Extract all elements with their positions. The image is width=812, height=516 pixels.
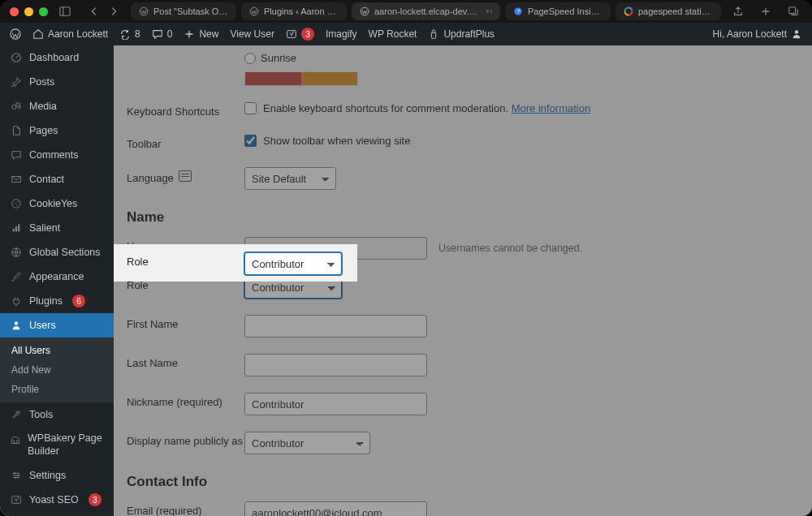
sidebar-item-posts[interactable]: Posts: [0, 70, 114, 94]
submenu-profile[interactable]: Profile: [0, 380, 114, 399]
sidebar-item-media[interactable]: Media: [0, 94, 114, 118]
svg-rect-31: [12, 497, 21, 504]
address-bar[interactable]: aaron-lockett.elcap-dev.co.uk/wp-admin/: [352, 2, 500, 20]
tab-label: Post "Subtask On…: [153, 6, 228, 16]
tab-overview-icon[interactable]: [784, 3, 802, 19]
browser-chrome: Post "Subtask On… Plugins ‹ Aaron L… aar…: [0, 0, 812, 23]
nickname-label: Nickname (required): [127, 393, 244, 408]
sidebar-toggle-icon[interactable]: [56, 3, 74, 19]
firstname-label: First Name: [127, 315, 244, 330]
sidebar-item-salient[interactable]: Salient: [0, 216, 114, 240]
updates-count: 8: [135, 28, 140, 40]
language-select[interactable]: Site Default: [244, 167, 336, 190]
svg-rect-13: [432, 32, 436, 38]
sidebar-item-label: Salient: [29, 222, 60, 234]
sliders-icon: [10, 469, 23, 482]
nav-forward-icon[interactable]: [105, 3, 123, 19]
lastname-input[interactable]: [244, 354, 427, 376]
toolbar-checkbox-wrap[interactable]: Show toolbar when viewing site: [244, 135, 410, 147]
browser-tab[interactable]: Post "Subtask On…: [131, 2, 236, 20]
sidebar-item-settings[interactable]: Settings: [0, 463, 114, 488]
shortcuts-checkbox[interactable]: [244, 102, 257, 114]
shortcuts-checkbox-wrap[interactable]: Enable keyboard shortcuts for comment mo…: [244, 102, 590, 114]
color-scheme-label: Sunrise: [261, 52, 296, 64]
browser-tab[interactable]: pagespeed statis…: [615, 2, 721, 20]
adminbar-wp-logo[interactable]: [10, 23, 21, 45]
color-scheme-radio[interactable]: [244, 53, 256, 64]
adminbar-view-user[interactable]: View User: [230, 23, 274, 45]
sidebar-item-label: Users: [29, 320, 56, 331]
nickname-input[interactable]: [244, 393, 427, 415]
adminbar-site-name[interactable]: Aaron Lockett: [32, 23, 108, 45]
sidebar-item-cookieyes[interactable]: CookieYes: [0, 191, 114, 216]
close-window-icon[interactable]: [10, 7, 19, 16]
minimize-window-icon[interactable]: [24, 7, 33, 16]
tab-label: PageSpeed Insigh…: [528, 6, 603, 16]
toolbar-checkbox-label: Show toolbar when viewing site: [263, 135, 410, 147]
sidebar-item-plugins[interactable]: Plugins6: [0, 289, 114, 313]
yoast-update-badge: 3: [89, 493, 102, 506]
contact-heading: Contact Info: [127, 462, 812, 493]
toolbar-checkbox[interactable]: [244, 135, 257, 147]
firstname-input[interactable]: [244, 315, 427, 338]
plug-icon: [10, 295, 23, 307]
new-label: New: [199, 28, 218, 40]
sidebar-item-label: Plugins: [29, 295, 63, 307]
salient-icon: [10, 221, 23, 234]
more-info-link[interactable]: More information: [512, 102, 591, 114]
sidebar-item-label: Posts: [29, 76, 54, 88]
submenu-add-new[interactable]: Add New: [0, 360, 114, 380]
sidebar-item-comments[interactable]: Comments: [0, 143, 114, 167]
name-heading: Name: [127, 198, 812, 229]
adminbar-howdy[interactable]: Hi, Aaron Lockett: [713, 23, 802, 45]
google-favicon-icon: [624, 6, 633, 16]
maximize-window-icon[interactable]: [39, 7, 48, 16]
submenu-all-users[interactable]: All Users: [0, 341, 114, 360]
sidebar-item-label: Dashboard: [29, 52, 79, 63]
nav-back-icon[interactable]: [85, 3, 103, 19]
svg-point-20: [15, 202, 15, 203]
sidebar-item-contact[interactable]: Contact: [0, 167, 114, 191]
svg-point-29: [17, 475, 19, 476]
share-icon[interactable]: [729, 3, 747, 19]
role-select[interactable]: Contributor: [244, 276, 342, 299]
adminbar-wprocket[interactable]: WP Rocket: [369, 23, 417, 45]
sidebar-item-users[interactable]: Users: [0, 313, 114, 338]
sidebar-item-tools[interactable]: Tools: [0, 402, 114, 427]
adminbar-comments[interactable]: 0: [152, 23, 173, 45]
media-icon: [10, 100, 23, 113]
sidebar-item-appearance[interactable]: Appearance: [0, 264, 114, 289]
shortcuts-checkbox-label: Enable keyboard shortcuts for comment mo…: [263, 102, 508, 114]
displayname-select[interactable]: Contributor: [244, 432, 370, 454]
adminbar-updraft[interactable]: UpdraftPlus: [428, 23, 495, 45]
toolbar-label: Toolbar: [127, 135, 244, 150]
svg-point-21: [17, 202, 18, 203]
tab-label: pagespeed statis…: [638, 6, 713, 16]
svg-rect-10: [789, 7, 796, 14]
adminbar-updates[interactable]: 8: [119, 23, 140, 45]
browser-tab[interactable]: PageSpeed Insigh…: [505, 2, 611, 20]
color-scheme-sunrise[interactable]: Sunrise: [244, 52, 296, 67]
svg-point-16: [12, 105, 16, 109]
sidebar-item-wpbakery[interactable]: WPBakery Page Builder: [0, 427, 114, 463]
sidebar-item-pages[interactable]: Pages: [0, 118, 114, 143]
users-submenu: All Users Add New Profile: [0, 338, 114, 402]
email-input[interactable]: [244, 501, 427, 516]
address-text: aaron-lockett.elcap-dev.co.uk/wp-admin/: [374, 6, 482, 16]
new-tab-icon[interactable]: [757, 3, 775, 19]
sidebar-item-global[interactable]: Global Sections: [0, 240, 114, 264]
sidebar-item-label: Tools: [29, 409, 53, 420]
pagespeed-favicon-icon: [513, 6, 523, 16]
adminbar-new[interactable]: New: [184, 23, 218, 45]
sidebar-item-dashboard[interactable]: Dashboard: [0, 45, 114, 70]
svg-rect-0: [60, 7, 70, 16]
sidebar-item-label: Appearance: [29, 271, 84, 282]
adminbar-yoast[interactable]: 3: [286, 23, 314, 45]
comments-count: 0: [167, 28, 173, 40]
language-label: Language: [127, 167, 244, 184]
wp-adminbar: Aaron Lockett 8 0 New View User 3 Imagif…: [0, 23, 812, 45]
adminbar-imagify[interactable]: Imagify: [326, 23, 357, 45]
svg-point-30: [15, 477, 16, 479]
sidebar-item-yoast[interactable]: Yoast SEO3: [0, 488, 114, 512]
browser-tab[interactable]: Plugins ‹ Aaron L…: [241, 2, 347, 20]
